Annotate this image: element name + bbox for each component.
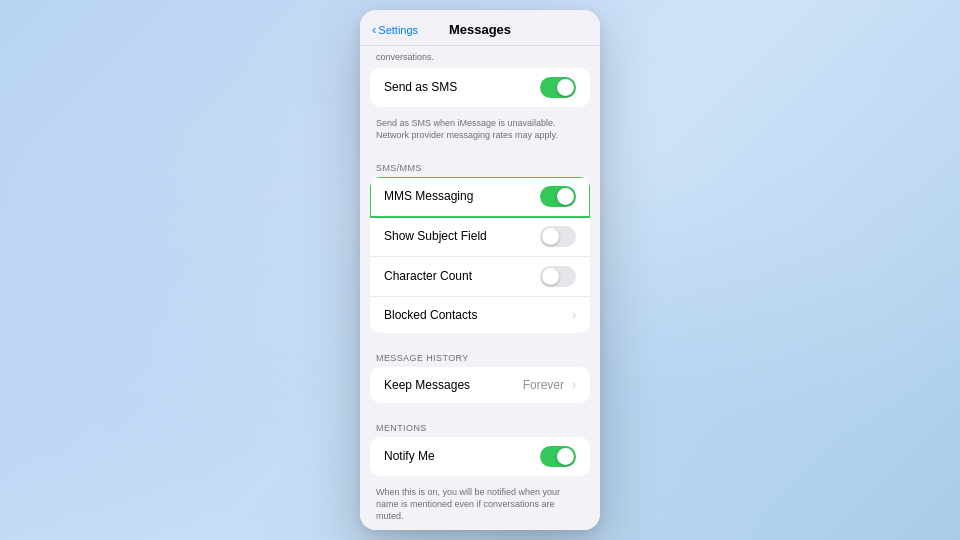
mentions-group: Notify Me xyxy=(370,437,590,476)
send-sms-group: Send as SMS xyxy=(370,68,590,107)
top-subtext: conversations. xyxy=(360,46,600,68)
notify-me-label: Notify Me xyxy=(384,449,435,463)
mentions-subtext: When this is on, you will be notified wh… xyxy=(360,482,600,530)
toggle-knob xyxy=(557,188,574,205)
mentions-header: MENTIONS xyxy=(360,409,600,437)
character-count-toggle[interactable] xyxy=(540,266,576,287)
show-subject-field-toggle[interactable] xyxy=(540,226,576,247)
toggle-knob xyxy=(542,228,559,245)
navigation-bar: ‹ Settings Messages xyxy=(360,10,600,46)
send-sms-subtext: Send as SMS when iMessage is unavailable… xyxy=(360,113,600,149)
keep-messages-value: Forever xyxy=(523,378,564,392)
send-as-sms-label: Send as SMS xyxy=(384,80,457,94)
notify-me-row[interactable]: Notify Me xyxy=(370,437,590,476)
blocked-contacts-row[interactable]: Blocked Contacts › xyxy=(370,297,590,333)
page-title: Messages xyxy=(449,22,511,37)
sms-mms-header: SMS/MMS xyxy=(360,149,600,177)
send-as-sms-toggle[interactable] xyxy=(540,77,576,98)
back-button[interactable]: ‹ Settings xyxy=(372,22,418,37)
keep-messages-label: Keep Messages xyxy=(384,378,470,392)
send-as-sms-row[interactable]: Send as SMS xyxy=(370,68,590,107)
sms-mms-group: MMS Messaging Show Subject Field Charact… xyxy=(370,177,590,333)
mms-messaging-row[interactable]: MMS Messaging xyxy=(370,177,590,217)
back-chevron-icon: ‹ xyxy=(372,22,376,37)
toggle-knob xyxy=(542,268,559,285)
blocked-contacts-chevron-icon: › xyxy=(572,308,576,322)
notify-me-toggle[interactable] xyxy=(540,446,576,467)
message-history-header: MESSAGE HISTORY xyxy=(360,339,600,367)
settings-panel: ‹ Settings Messages conversations. Send … xyxy=(360,10,600,530)
keep-messages-row[interactable]: Keep Messages Forever › xyxy=(370,367,590,403)
show-subject-field-label: Show Subject Field xyxy=(384,229,487,243)
toggle-knob xyxy=(557,79,574,96)
blocked-contacts-label: Blocked Contacts xyxy=(384,308,477,322)
show-subject-field-row[interactable]: Show Subject Field xyxy=(370,217,590,257)
character-count-row[interactable]: Character Count xyxy=(370,257,590,297)
message-history-group: Keep Messages Forever › xyxy=(370,367,590,403)
keep-messages-right: Forever › xyxy=(523,378,576,392)
mms-messaging-label: MMS Messaging xyxy=(384,189,473,203)
toggle-knob xyxy=(557,448,574,465)
keep-messages-chevron-icon: › xyxy=(572,378,576,392)
back-label: Settings xyxy=(378,24,418,36)
character-count-label: Character Count xyxy=(384,269,472,283)
settings-content: conversations. Send as SMS Send as SMS w… xyxy=(360,46,600,530)
mms-messaging-toggle[interactable] xyxy=(540,186,576,207)
